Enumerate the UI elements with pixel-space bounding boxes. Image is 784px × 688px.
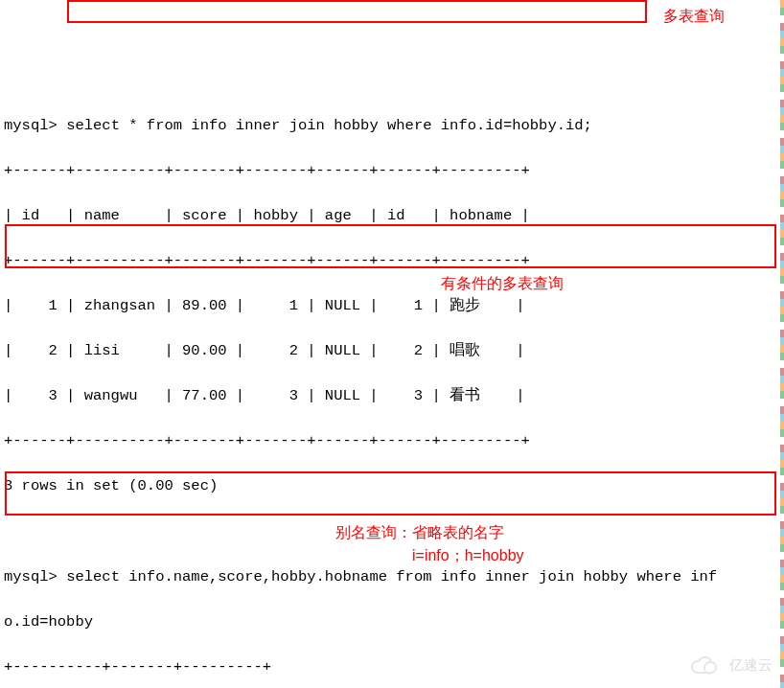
highlight-box-1 [67,0,647,23]
mysql-prompt-line2: mysql> select info.name,score,hobby.hobn… [4,566,784,589]
mysql-prompt-line: mysql> select * from info inner join hob… [4,115,784,138]
sql-query-2-l1: select info.name,score,hobby.hobname fro… [66,568,717,585]
table1-div-mid: +------+----------+-------+-------+-----… [4,250,784,273]
annotation-3a: 别名查询：省略表的名字 [335,521,504,544]
watermark-text: 亿速云 [729,654,772,677]
table1-row2: | 2 | lisi | 90.00 | 2 | NULL | 2 | 唱歌 | [4,340,784,363]
annotation-2: 有条件的多表查询 [441,272,564,295]
sql-query-2-l2: o.id=hobby [4,611,784,634]
table1-row3: | 3 | wangwu | 77.00 | 3 | NULL | 3 | 看书… [4,385,784,408]
mysql-prompt: mysql> [4,117,66,134]
table2-div-top: +----------+-------+---------+ [4,656,784,679]
cloud-icon [689,655,724,677]
right-stripe [780,0,784,688]
watermark: 亿速云 [689,654,772,677]
mysql-prompt: mysql> [4,568,66,585]
table1-div-bot: +------+----------+-------+-------+-----… [4,430,784,453]
block1-summary: 3 rows in set (0.00 sec) [4,475,784,498]
annotation-3b: i=info；h=hobby [412,544,524,567]
sql-query-1: select * from info inner join hobby wher… [66,117,592,134]
table1-row1: | 1 | zhangsan | 89.00 | 1 | NULL | 1 | … [4,295,784,318]
table1-header: | id | name | score | hobby | age | id |… [4,205,784,228]
annotation-1: 多表查询 [663,5,725,28]
table1-div-top: +------+----------+-------+-------+-----… [4,160,784,183]
